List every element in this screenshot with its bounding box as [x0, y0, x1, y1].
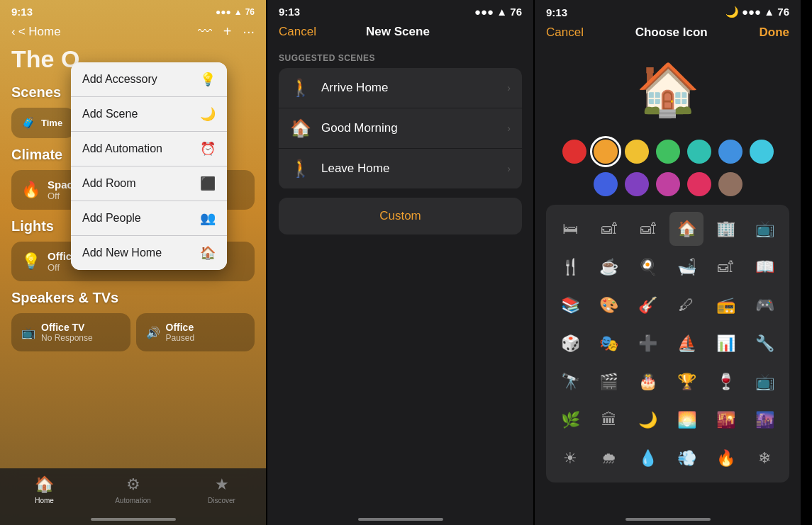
- grid-icon-bath[interactable]: 🛁: [669, 250, 703, 284]
- leave-home-row[interactable]: 🚶 Leave Home ›: [279, 149, 522, 188]
- grid-icon-coffee[interactable]: ☕: [592, 250, 626, 284]
- color-indigo[interactable]: [594, 172, 618, 196]
- color-orange[interactable]: [594, 140, 618, 164]
- grid-icon-boat[interactable]: ⛵: [669, 327, 703, 361]
- grid-icon-chart[interactable]: 📊: [708, 327, 743, 361]
- grid-icon-gamepad[interactable]: 🎮: [747, 288, 782, 322]
- color-red[interactable]: [562, 140, 586, 164]
- color-yellow[interactable]: [625, 140, 649, 164]
- dropdown-add-people[interactable]: Add People 👥: [71, 201, 227, 236]
- grid-icon-drop[interactable]: 💧: [631, 441, 665, 475]
- grid-icon-moon[interactable]: 🌙: [631, 403, 665, 437]
- color-rose[interactable]: [687, 172, 711, 196]
- color-light-blue[interactable]: [750, 140, 774, 164]
- grid-icon-books[interactable]: 📚: [553, 288, 587, 322]
- color-row-2: [535, 169, 801, 205]
- grid-icon-tv[interactable]: 📺: [747, 212, 782, 246]
- people-icon: 👥: [200, 210, 216, 226]
- icons-grid-container: 🛏 🛋 🛋 🏠 🏢 📺 🍴 ☕ 🍳 🛁 🛋 📖 📚 🎨 🎸 🖊 📻 🎮 🎲 🎭 …: [546, 205, 789, 482]
- add-room-label: Add Room: [82, 177, 136, 190]
- grid-icon-pen[interactable]: 🖊: [669, 288, 703, 322]
- phone2-signal-icon: ●●●: [474, 6, 494, 18]
- grid-icon-snowflake[interactable]: ❄: [747, 441, 782, 475]
- tab-discover-icon: ★: [215, 475, 229, 494]
- dropdown-add-room[interactable]: Add Room ⬛: [71, 166, 227, 201]
- grid-icon-leaf[interactable]: 🌿: [553, 403, 587, 437]
- good-morning-icon: 🏠: [290, 118, 311, 138]
- icons-grid: 🛏 🛋 🛋 🏠 🏢 📺 🍴 ☕ 🍳 🛁 🛋 📖 📚 🎨 🎸 🖊 📻 🎮 🎲 🎭 …: [553, 212, 782, 475]
- grid-icon-pan[interactable]: 🍳: [631, 250, 665, 284]
- grid-icon-bed[interactable]: 🛏: [553, 212, 587, 246]
- grid-icon-building[interactable]: 🏢: [708, 212, 743, 246]
- arrive-home-row[interactable]: 🚶 Arrive Home ›: [279, 68, 522, 108]
- office-tv-card[interactable]: 📺 Office TV No Response: [11, 313, 130, 351]
- add-icon[interactable]: +: [223, 23, 232, 40]
- grid-icon-dice[interactable]: 🎲: [553, 327, 587, 361]
- grid-icon-palette[interactable]: 🎨: [592, 288, 626, 322]
- suggested-scenes-label: SUGGESTED SCENES: [267, 47, 533, 67]
- grid-icon-house[interactable]: 🏠: [669, 212, 703, 246]
- grid-icon-trophy[interactable]: 🏆: [669, 365, 703, 399]
- time-icon: 🧳: [21, 116, 35, 130]
- phone3-status-bar: 9:13 🌙 ●●● ▲ 76: [535, 0, 801, 21]
- grid-icon-book[interactable]: 📖: [747, 250, 782, 284]
- grid-icon-wind[interactable]: 💨: [669, 441, 703, 475]
- good-morning-row[interactable]: 🏠 Good Morning ›: [279, 108, 522, 148]
- grid-icon-temple[interactable]: 🏛: [592, 403, 626, 437]
- grid-icon-fire[interactable]: 🔥: [708, 441, 743, 475]
- grid-icon-city[interactable]: 🌆: [747, 403, 782, 437]
- tab-discover[interactable]: ★ Discover: [177, 475, 266, 504]
- leave-home-chevron: ›: [507, 163, 511, 174]
- grid-icon-cloud[interactable]: 🌧: [592, 441, 626, 475]
- grid-icon-plus[interactable]: ➕: [631, 327, 665, 361]
- grid-icon-theatre[interactable]: 🎭: [592, 327, 626, 361]
- office-card[interactable]: 🔊 Office Paused: [136, 313, 255, 351]
- tab-automation[interactable]: ⚙ Automation: [89, 475, 177, 504]
- cancel-button[interactable]: Cancel: [279, 25, 316, 39]
- waveform-icon[interactable]: 〰: [198, 23, 212, 40]
- grid-icon-sunrise[interactable]: 🌅: [669, 403, 703, 437]
- dropdown-add-scene[interactable]: Add Scene 🌙: [71, 97, 227, 132]
- back-button[interactable]: ‹ < Home: [11, 25, 61, 39]
- dropdown-add-accessory[interactable]: Add Accessory 💡: [71, 62, 227, 97]
- color-purple[interactable]: [625, 172, 649, 196]
- phone3-home-indicator: [625, 518, 711, 521]
- grid-icon-monitor[interactable]: 📺: [747, 365, 782, 399]
- grid-icon-couch[interactable]: 🛋: [708, 250, 743, 284]
- tab-home[interactable]: 🏠 Home: [0, 475, 89, 504]
- grid-icon-binoculars[interactable]: 🔭: [553, 365, 587, 399]
- color-pink[interactable]: [656, 172, 680, 196]
- color-green[interactable]: [656, 140, 680, 164]
- phone2-header: Cancel New Scene: [267, 21, 533, 47]
- grid-icon-film[interactable]: 🎬: [592, 365, 626, 399]
- custom-button[interactable]: Custom: [279, 198, 522, 235]
- color-teal[interactable]: [687, 140, 711, 164]
- phone1-nav: ‹ < Home 〰 + ···: [0, 21, 266, 45]
- phone1-status-icons: ●●● ▲ 76: [216, 7, 255, 17]
- lamp-icon: 💡: [21, 252, 40, 271]
- grid-icon-sun[interactable]: ☀: [553, 441, 587, 475]
- room-icon: ⬛: [200, 176, 216, 191]
- grid-icon-cake[interactable]: 🎂: [631, 365, 665, 399]
- arrive-home-chevron: ›: [507, 82, 511, 94]
- dropdown-add-home[interactable]: Add New Home 🏠: [71, 236, 227, 270]
- grid-icon-fork[interactable]: 🍴: [553, 250, 587, 284]
- office-subtitle: Paused: [166, 333, 195, 343]
- grid-icon-radio[interactable]: 📻: [708, 288, 743, 322]
- grid-icon-wine[interactable]: 🍷: [708, 365, 743, 399]
- good-morning-label: Good Morning: [321, 121, 497, 135]
- scene-card-time[interactable]: 🧳 Time: [11, 108, 75, 138]
- grid-icon-guitar[interactable]: 🎸: [631, 288, 665, 322]
- grid-icon-sofa2[interactable]: 🛋: [631, 212, 665, 246]
- phone3-cancel-button[interactable]: Cancel: [546, 26, 584, 40]
- color-brown[interactable]: [718, 172, 743, 196]
- dropdown-add-automation[interactable]: Add Automation ⏰: [71, 132, 227, 166]
- phone2-home-indicator: [358, 518, 443, 521]
- done-button[interactable]: Done: [760, 26, 790, 40]
- grid-icon-sunset[interactable]: 🌇: [708, 403, 743, 437]
- speakers-section-label: Speakers & TVs: [0, 284, 266, 310]
- grid-icon-wrench[interactable]: 🔧: [747, 327, 782, 361]
- more-icon[interactable]: ···: [243, 23, 255, 40]
- color-blue[interactable]: [718, 140, 743, 164]
- grid-icon-sofa1[interactable]: 🛋: [592, 212, 626, 246]
